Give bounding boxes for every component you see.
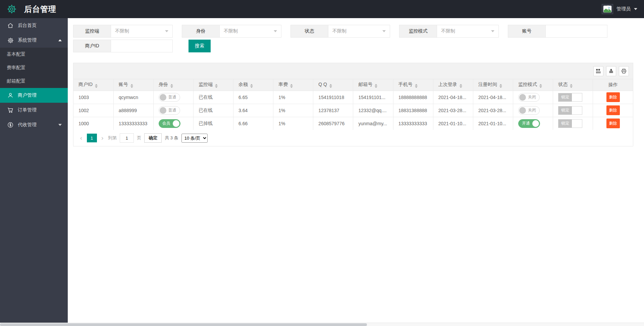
table-body: 1003qcymwcn普通已在线6.651%154191101815419110… (73, 91, 633, 130)
toolbar-columns-icon[interactable] (593, 66, 603, 76)
column-header[interactable]: 邮箱号 (353, 79, 393, 91)
identity-toggle[interactable]: 普通 (159, 106, 180, 115)
sort-icon[interactable] (460, 84, 462, 88)
filter-select-value: 不限制 (224, 28, 238, 34)
filter-select-monitor-mode[interactable]: 不限制 (437, 25, 498, 37)
sidebar-item-collection-mgmt[interactable]: 代收管理 (0, 118, 68, 132)
cell-phone: 18888888888 (393, 91, 433, 104)
column-label: 监控模式 (518, 82, 537, 87)
toolbar-print-icon[interactable] (619, 66, 629, 76)
sidebar-item-merchant-mgmt[interactable]: 商户管理 (0, 88, 68, 103)
cart-icon (7, 106, 14, 114)
sidebar-item-system[interactable]: 系统管理 (0, 33, 68, 48)
column-header[interactable]: 监控模式 (513, 79, 553, 91)
filter-label: 账号 (508, 25, 546, 37)
column-header[interactable]: 状态 (553, 79, 593, 91)
sort-icon[interactable] (329, 84, 332, 88)
page-button-1[interactable]: 1 (87, 134, 97, 142)
chevron-down-icon (491, 30, 494, 32)
sort-icon[interactable] (130, 84, 133, 88)
column-label: 状态 (558, 82, 568, 87)
sidebar-item-email-config[interactable]: 邮箱配置 (0, 75, 68, 88)
table-row: 1003qcymwcn普通已在线6.651%154191101815419110… (73, 91, 633, 104)
chevron-down-icon (634, 8, 637, 10)
column-header[interactable]: 手机号 (393, 79, 433, 91)
home-icon (7, 22, 14, 29)
sort-icon[interactable] (375, 84, 377, 88)
sidebar-item-rate-config[interactable]: 费率配置 (0, 61, 68, 75)
merchant-table: 商户ID账号身份监控端余额率费Q Q邮箱号手机号上次登录注册时间监控模式状态操作… (73, 79, 633, 130)
column-header[interactable]: 操作 (593, 79, 633, 91)
toolbar-export-icon[interactable] (606, 66, 616, 76)
page-size-select[interactable]: 10 条/页 (181, 134, 208, 143)
lock-toggle[interactable]: 锁定 (558, 119, 582, 128)
sort-icon[interactable] (250, 84, 253, 88)
sort-icon[interactable] (499, 84, 502, 88)
chevron-up-icon (58, 39, 62, 41)
column-header[interactable]: 上次登录 (433, 79, 473, 91)
filter-select-value: 不限制 (115, 28, 129, 34)
column-header[interactable]: 率费 (273, 79, 313, 91)
chevron-left-icon[interactable]: ‹ (78, 135, 84, 141)
column-header[interactable]: 身份 (153, 79, 193, 91)
sidebar-item-home[interactable]: 后台首页 (0, 18, 68, 33)
scrollbar-thumb[interactable] (0, 323, 367, 326)
filter-select-monitor-client[interactable]: 不限制 (111, 25, 172, 37)
delete-button[interactable]: 删除 (606, 92, 620, 102)
chevron-down-icon (382, 30, 386, 32)
cell-last_login: 2021-01-10... (433, 117, 473, 130)
filter-input-merchant-id[interactable] (115, 43, 168, 49)
cell-merchant_id: 1002 (73, 104, 113, 117)
confirm-button[interactable]: 确定 (144, 133, 162, 143)
sort-icon[interactable] (570, 84, 573, 88)
filter-label: 身份 (182, 25, 220, 37)
column-header[interactable]: Q Q (313, 79, 353, 91)
pagination: ‹ 1 › 到第 页 确定 共 3 条 10 条/页 (73, 130, 633, 146)
column-header[interactable]: 监控端 (193, 79, 233, 91)
sort-icon[interactable] (170, 84, 173, 88)
column-label: 率费 (278, 82, 288, 87)
sort-icon[interactable] (539, 84, 542, 88)
delete-button[interactable]: 删除 (606, 119, 620, 128)
filter-label: 状态 (291, 25, 328, 37)
column-label: 监控端 (199, 82, 213, 87)
search-button[interactable]: 搜索 (189, 40, 211, 52)
horizontal-scrollbar[interactable] (0, 323, 644, 326)
column-header[interactable]: 注册时间 (473, 79, 513, 91)
delete-button[interactable]: 删除 (606, 105, 620, 115)
lock-toggle[interactable]: 锁定 (558, 93, 582, 102)
filter-input-account[interactable] (550, 29, 603, 34)
sort-icon[interactable] (415, 84, 418, 88)
monitor_mode-toggle[interactable]: 开通 (518, 119, 540, 128)
cell-email: yunma@my... (353, 117, 393, 130)
column-header[interactable]: 余额 (233, 79, 273, 91)
column-header[interactable]: 商户ID (73, 79, 113, 91)
column-label: 注册时间 (478, 82, 497, 87)
sort-icon[interactable] (290, 84, 293, 88)
identity-toggle[interactable]: 会员 (159, 119, 180, 128)
cell-account: a888999 (113, 104, 153, 117)
sort-icon[interactable] (95, 84, 98, 88)
table-row: 100013333333333会员已掉线6.661%2608579776yunm… (73, 117, 633, 130)
user-menu[interactable]: 管理员 (602, 4, 637, 14)
sort-icon[interactable] (215, 84, 218, 88)
filter-select-identity[interactable]: 不限制 (220, 25, 281, 37)
chevron-right-icon[interactable]: › (100, 135, 105, 141)
monitor_mode-toggle[interactable]: 关闭 (518, 106, 540, 115)
goto-page-input[interactable] (120, 133, 134, 143)
sidebar-item-label: 后台首页 (18, 22, 37, 29)
filter-row-1: 监控端不限制身份不限制状态不限制监控模式不限制账号 (73, 25, 633, 38)
cell-monitor_client: 已在线 (193, 104, 233, 117)
sidebar-item-basic-config[interactable]: 基本配置 (0, 48, 68, 61)
total-count-label: 共 3 条 (165, 135, 178, 141)
sidebar-menu: 后台首页系统管理基本配置费率配置邮箱配置商户管理订单管理代收管理 (0, 18, 68, 326)
lock-toggle[interactable]: 锁定 (558, 106, 582, 115)
sidebar-item-order-mgmt[interactable]: 订单管理 (0, 103, 68, 118)
cell-merchant_id: 1000 (73, 117, 113, 130)
column-header[interactable]: 账号 (113, 79, 153, 91)
cell-email: 12332@qq.... (353, 104, 393, 117)
identity-toggle[interactable]: 普通 (159, 93, 180, 102)
filter-select-status[interactable]: 不限制 (328, 25, 390, 37)
monitor_mode-toggle[interactable]: 关闭 (518, 93, 540, 102)
chevron-down-icon (58, 124, 62, 126)
